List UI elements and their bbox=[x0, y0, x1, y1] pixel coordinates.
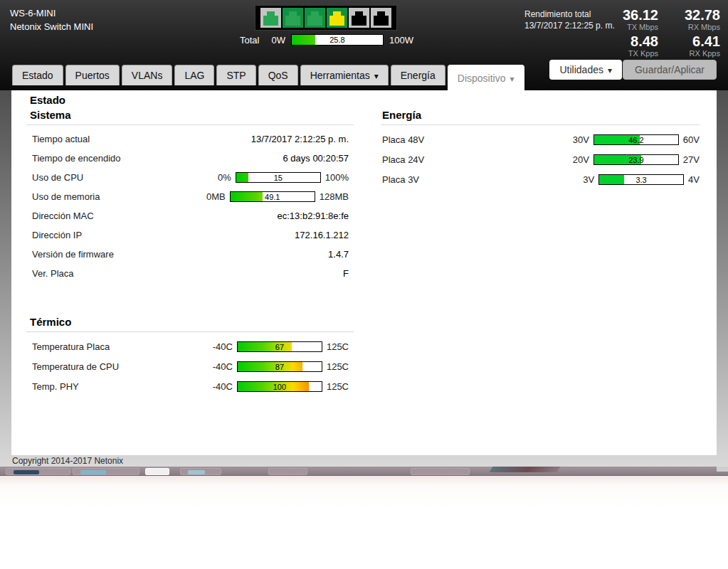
status-row-cpu-temperature: Temperatura de CPU -40C 87 125C bbox=[32, 356, 349, 376]
port-status-2[interactable] bbox=[283, 8, 303, 28]
tx-mbps-unit: TX Mbps bbox=[623, 23, 658, 31]
device-description: Netonix Switch MINI bbox=[10, 20, 93, 33]
window-thumbnail bbox=[14, 470, 39, 474]
page-background: Estado Sistema Tiempo actual 13/7/2017 2… bbox=[0, 90, 728, 467]
status-row-ip-address: Dirección IP 172.16.1.212 bbox=[32, 225, 349, 245]
board-temperature-bar: 67 bbox=[237, 341, 322, 352]
power-section: Energía Placa 48V 30V 46.2 60V bbox=[381, 109, 700, 189]
tab-dispositivo[interactable]: Dispositivo bbox=[448, 65, 524, 90]
status-row-cpu-usage: Uso de CPU 0% 15 100% bbox=[32, 168, 349, 187]
chevron-down-icon bbox=[603, 64, 612, 75]
divider bbox=[26, 331, 354, 332]
taskbar-decoration bbox=[490, 467, 561, 472]
port-status-6[interactable] bbox=[371, 8, 391, 28]
cpu-temperature-bar: 87 bbox=[237, 361, 322, 372]
port-status-panel bbox=[255, 5, 397, 31]
rx-kpps-value: 6.41 bbox=[685, 33, 720, 49]
device-title: WS-6-MINI Netonix Switch MINI bbox=[10, 6, 93, 33]
status-row-board-temperature: Temperatura Placa -40C 67 125C bbox=[32, 336, 349, 356]
cpu-usage-bar: 15 bbox=[236, 172, 321, 183]
status-row-board-version: Ver. Placa F bbox=[32, 264, 349, 283]
tab-estado[interactable]: Estado bbox=[12, 65, 63, 85]
board-48v-bar: 46.2 bbox=[594, 134, 679, 145]
chevron-down-icon bbox=[506, 73, 515, 84]
rj45-connector-icon bbox=[374, 16, 389, 26]
status-row-board-24v: Placa 24V 20V 23.9 27V bbox=[382, 149, 700, 169]
tx-stats-column: 36.12 TX Mbps 8.48 TX Kpps bbox=[623, 7, 658, 60]
thermal-section-title: Térmico bbox=[30, 316, 354, 328]
switch-web-ui: WS-6-MINI Netonix Switch MINI Total 0W 2… bbox=[0, 0, 728, 467]
rx-stats-column: 32.78 RX Mbps 6.41 RX Kpps bbox=[685, 7, 720, 60]
tab-qos[interactable]: QoS bbox=[258, 65, 298, 85]
rx-mbps-value: 32.78 bbox=[685, 7, 720, 23]
utilities-button[interactable]: Utilidades bbox=[549, 60, 622, 80]
main-tab-bar: Estado Puertos VLANs LAG STP QoS Herrami… bbox=[12, 65, 524, 90]
throughput-title: Rendimiento total bbox=[524, 9, 615, 20]
status-row-mac-address: Dirección MAC ec:13:b2:91:8e:fe bbox=[32, 206, 349, 225]
divider bbox=[26, 124, 354, 125]
system-section: Sistema Tiempo actual 13/7/2017 2:12:25 … bbox=[26, 109, 354, 283]
total-power-label: Total bbox=[240, 35, 259, 46]
tab-herramientas[interactable]: Herramientas bbox=[300, 65, 389, 85]
throughput-timestamp: 13/7/2017 2:12:25 p. m. bbox=[524, 20, 615, 31]
throughput-title-block: Rendimiento total 13/7/2017 2:12:25 p. m… bbox=[524, 9, 615, 31]
taskbar-window-button[interactable] bbox=[145, 468, 169, 475]
taskbar-window-button[interactable] bbox=[6, 468, 70, 475]
window-thumbnail bbox=[80, 470, 106, 474]
port-status-4[interactable] bbox=[327, 8, 347, 28]
total-power-bar: 25.8 bbox=[291, 34, 384, 46]
tx-mbps-value: 36.12 bbox=[623, 7, 658, 23]
taskbar-window-button[interactable] bbox=[180, 468, 221, 475]
status-row-memory-usage: Uso de memoria 0MB 49.1 128MB bbox=[32, 187, 349, 206]
status-row-current-time: Tiempo actual 13/7/2017 2:12:25 p. m. bbox=[32, 129, 349, 149]
status-row-uptime: Tiempo de encendido 6 days 00:20:57 bbox=[32, 149, 349, 168]
board-3v-bar: 3.3 bbox=[598, 174, 684, 185]
memory-usage-bar: 49.1 bbox=[230, 191, 315, 202]
save-apply-button[interactable]: Guardar/Aplicar bbox=[623, 60, 717, 80]
status-row-board-3v: Placa 3V 3V 3.3 4V bbox=[382, 169, 700, 189]
window-thumbnail bbox=[188, 470, 205, 474]
taskbar-window-button[interactable] bbox=[73, 468, 139, 475]
port-status-5[interactable] bbox=[349, 8, 369, 28]
rx-mbps-unit: RX Mbps bbox=[685, 23, 720, 31]
board-24v-bar: 23.9 bbox=[594, 154, 679, 165]
divider bbox=[381, 124, 700, 125]
device-model: WS-6-MINI bbox=[10, 6, 93, 20]
chevron-down-icon bbox=[370, 70, 379, 81]
rj45-connector-icon bbox=[263, 16, 278, 26]
power-section-title: Energía bbox=[382, 109, 700, 121]
tab-energia[interactable]: Energía bbox=[391, 65, 445, 85]
tx-kpps-unit: TX Kpps bbox=[623, 49, 658, 58]
taskbar-window-button[interactable] bbox=[411, 468, 470, 475]
tab-puertos[interactable]: Puertos bbox=[65, 65, 120, 85]
status-row-board-48v: Placa 48V 30V 46.2 60V bbox=[382, 129, 700, 149]
taskbar-window-button[interactable] bbox=[268, 468, 307, 475]
tab-vlans[interactable]: VLANs bbox=[122, 65, 173, 85]
tab-stp[interactable]: STP bbox=[216, 65, 255, 85]
taskbar-corner bbox=[717, 467, 728, 472]
port-status-1[interactable] bbox=[260, 8, 281, 28]
total-power-min: 0W bbox=[271, 35, 285, 46]
status-panel: Estado Sistema Tiempo actual 13/7/2017 2… bbox=[11, 90, 717, 455]
app-header: WS-6-MINI Netonix Switch MINI Total 0W 2… bbox=[0, 0, 728, 90]
taskbar-strip bbox=[0, 467, 728, 476]
tab-lag[interactable]: LAG bbox=[174, 65, 214, 85]
rj45-connector-icon bbox=[285, 16, 300, 26]
phy-temperature-bar: 100 bbox=[237, 381, 322, 392]
page-title: Estado bbox=[30, 94, 65, 106]
rj45-connector-icon bbox=[352, 16, 366, 26]
rx-kpps-unit: RX Kpps bbox=[685, 49, 720, 58]
total-power-max: 100W bbox=[389, 35, 413, 46]
status-row-firmware-version: Versión de firmware 1.4.7 bbox=[32, 245, 349, 264]
port-status-3[interactable] bbox=[305, 8, 325, 28]
total-power-row: Total 0W 25.8 100W bbox=[240, 34, 413, 46]
status-row-phy-temperature: Temp. PHY -40C 100 125C bbox=[32, 376, 349, 396]
system-section-title: Sistema bbox=[30, 109, 354, 121]
desktop-background bbox=[0, 476, 728, 569]
rj45-connector-icon bbox=[307, 16, 322, 26]
copyright-text: Copyright 2014-2017 Netonix bbox=[0, 455, 728, 466]
tx-kpps-value: 8.48 bbox=[623, 33, 658, 49]
rj45-connector-icon bbox=[329, 16, 344, 26]
thermal-section: Térmico Temperatura Placa -40C 67 125C bbox=[26, 316, 354, 396]
